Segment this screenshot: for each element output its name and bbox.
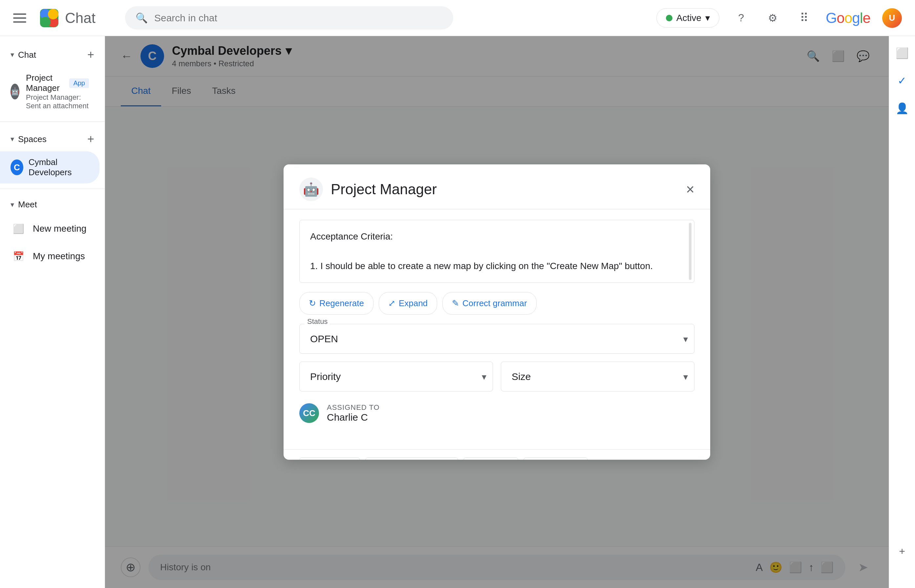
cymbal-developers-label: Cymbal Developers xyxy=(29,157,89,178)
status-indicator xyxy=(666,15,673,21)
svg-point-4 xyxy=(48,9,58,19)
assigned-row: CC ASSIGNED TO Charlie C xyxy=(299,401,694,426)
status-button[interactable]: Active ▾ xyxy=(656,8,719,27)
right-panel: ⬜ ✓ 👤 + xyxy=(889,36,915,588)
acceptance-criteria-text: Acceptance Criteria: 1. I should be able… xyxy=(310,229,684,273)
assign-to-me-button[interactable]: 👤 Assign to me xyxy=(365,457,458,460)
help-button[interactable]: ? xyxy=(731,8,751,28)
new-meeting-label: New meeting xyxy=(33,223,86,234)
correct-grammar-label: Correct grammar xyxy=(462,298,527,309)
acceptance-item-1: 1. I should be able to create a new map … xyxy=(310,259,684,274)
menu-icon[interactable] xyxy=(13,10,29,26)
chat-section-label: Chat xyxy=(18,50,36,60)
status-select[interactable]: OPEN IN PROGRESS DONE BLOCKED xyxy=(299,324,694,354)
main-layout: ▾ Chat + 🤖 Project Manager App Project M… xyxy=(0,36,915,588)
scrollbar[interactable] xyxy=(689,223,692,280)
meet-section-label: Meet xyxy=(18,199,37,210)
content-area: ← C Cymbal Developers ▾ 4 members • Rest… xyxy=(105,36,889,588)
meet-section-title[interactable]: ▾ Meet xyxy=(11,199,37,210)
meet-section-header: ▾ Meet xyxy=(0,194,105,215)
avatar[interactable]: U xyxy=(882,8,902,28)
google-logo: Google xyxy=(826,10,870,26)
modal-title-area: 🤖 Project Manager xyxy=(299,178,437,201)
right-panel-calendar[interactable]: ⬜ xyxy=(892,43,913,64)
chat-section-title[interactable]: ▾ Chat xyxy=(11,50,36,60)
chat-chevron: ▾ xyxy=(11,50,14,59)
right-panel-add-button[interactable]: + xyxy=(892,541,913,562)
sidebar-item-project-manager[interactable]: 🤖 Project Manager App Project Manager: S… xyxy=(0,67,99,116)
topbar: Chat 🔍 Active ▾ ? ⚙ ⠿ Google U xyxy=(0,0,915,36)
status-label: Status xyxy=(305,317,330,326)
apps-button[interactable]: ⠿ xyxy=(794,8,814,28)
modal-actions-row: ↻ Regenerate ⤢ Expand ✎ Correct grammar xyxy=(299,292,694,315)
priority-select[interactable]: Priority Low Medium High Critical xyxy=(299,362,493,391)
my-meetings-icon: 📅 xyxy=(11,249,26,264)
expand-label: Expand xyxy=(399,298,428,309)
sidebar-divider-1 xyxy=(0,121,105,122)
my-meetings-item[interactable]: 📅 My meetings xyxy=(0,242,105,270)
assignee-avatar: CC xyxy=(299,403,319,423)
app-badge: App xyxy=(69,78,89,88)
save-button[interactable]: 💾 Save xyxy=(299,457,360,460)
sidebar: ▾ Chat + 🤖 Project Manager App Project M… xyxy=(0,36,105,588)
sidebar-item-cymbal-developers[interactable]: C Cymbal Developers xyxy=(0,151,99,183)
cancel-button[interactable]: ✕ Cancel xyxy=(524,457,588,460)
expand-button[interactable]: ⤢ Expand xyxy=(379,292,437,315)
settings-button[interactable]: ⚙ xyxy=(763,8,782,28)
new-meeting-icon: ⬜ xyxy=(11,221,26,237)
correct-grammar-button[interactable]: ✎ Correct grammar xyxy=(442,292,536,315)
new-space-button[interactable]: + xyxy=(87,132,94,146)
spaces-chevron: ▾ xyxy=(11,135,14,144)
modal-close-button[interactable]: × xyxy=(686,181,694,197)
modal-overlay: 🤖 Project Manager × Acceptance Criteria:… xyxy=(105,36,889,588)
priority-select-wrapper: Priority Low Medium High Critical ▾ xyxy=(299,362,493,391)
project-manager-name: Project Manager xyxy=(26,73,65,93)
cymbal-developers-avatar: C xyxy=(11,160,23,175)
my-meetings-label: My meetings xyxy=(33,251,85,262)
expand-icon: ⤢ xyxy=(388,298,396,309)
assignee-name: Charlie C xyxy=(327,412,380,423)
assigned-to-label: ASSIGNED TO xyxy=(327,403,380,412)
chat-section-header: ▾ Chat + xyxy=(0,43,105,67)
assignee-info: ASSIGNED TO Charlie C xyxy=(327,403,380,423)
start-button[interactable]: ▶ Start xyxy=(463,457,518,460)
search-icon: 🔍 xyxy=(136,12,148,24)
regenerate-label: Regenerate xyxy=(319,298,364,309)
spaces-section-label: Spaces xyxy=(18,134,47,144)
right-panel-tasks[interactable]: ✓ xyxy=(892,70,913,91)
topbar-right: Active ▾ ? ⚙ ⠿ Google U xyxy=(656,8,902,28)
search-area: 🔍 xyxy=(125,6,453,29)
status-chevron: ▾ xyxy=(705,13,710,23)
grammar-icon: ✎ xyxy=(452,298,459,309)
chat-logo-icon xyxy=(39,8,60,29)
spaces-section-title[interactable]: ▾ Spaces xyxy=(11,134,47,144)
modal-footer: 💾 Save 👤 Assign to me ▶ Start ✕ Cancel xyxy=(284,449,710,460)
search-input[interactable] xyxy=(154,13,443,24)
size-select-wrapper: Size XS S M L XL ▾ xyxy=(501,362,694,391)
app-name: Chat xyxy=(65,10,95,26)
project-manager-info: Project Manager App Project Manager: Sen… xyxy=(26,73,89,110)
acceptance-label: Acceptance Criteria: xyxy=(310,229,684,244)
regenerate-button[interactable]: ↻ Regenerate xyxy=(299,292,373,315)
project-manager-avatar: 🤖 xyxy=(11,84,19,99)
size-select[interactable]: Size XS S M L XL xyxy=(501,362,694,391)
svg-point-5 xyxy=(40,17,50,27)
spaces-section-header: ▾ Spaces + xyxy=(0,127,105,151)
modal-body: Acceptance Criteria: 1. I should be able… xyxy=(284,209,710,449)
modal: 🤖 Project Manager × Acceptance Criteria:… xyxy=(284,165,710,460)
status-label: Active xyxy=(676,13,702,23)
regenerate-icon: ↻ xyxy=(309,298,316,309)
right-panel-person[interactable]: 👤 xyxy=(892,98,913,119)
meet-chevron: ▾ xyxy=(11,200,14,209)
new-chat-button[interactable]: + xyxy=(87,48,94,62)
sidebar-divider-2 xyxy=(0,189,105,189)
priority-size-row: Priority Low Medium High Critical ▾ Size xyxy=(299,362,694,391)
new-meeting-item[interactable]: ⬜ New meeting xyxy=(0,215,105,242)
modal-content-text: Acceptance Criteria: 1. I should be able… xyxy=(299,220,694,283)
search-box[interactable]: 🔍 xyxy=(125,6,453,29)
modal-header: 🤖 Project Manager × xyxy=(284,165,710,209)
project-manager-subtitle: Project Manager: Sent an attachment xyxy=(26,93,89,110)
modal-title: Project Manager xyxy=(331,181,437,197)
app-logo: Chat xyxy=(39,8,95,29)
status-select-wrapper: OPEN IN PROGRESS DONE BLOCKED ▾ xyxy=(299,324,694,354)
